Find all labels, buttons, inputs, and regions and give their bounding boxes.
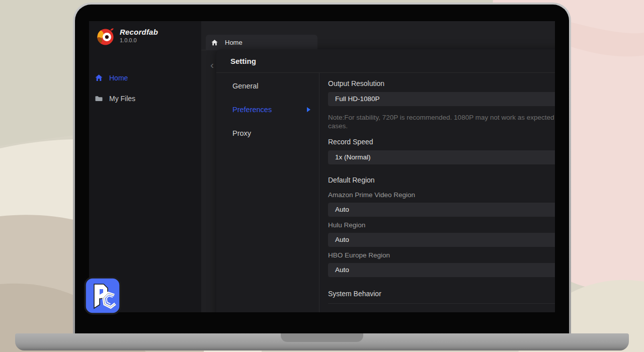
system-behavior-heading: System Behavior	[328, 289, 555, 298]
settings-nav-label: Proxy	[232, 129, 251, 137]
topbar: Home	[201, 21, 555, 50]
hulu-region-select[interactable]: Auto	[328, 233, 555, 247]
sidebar-item-my-files[interactable]: My Files	[89, 88, 201, 109]
settings-nav-label: Preferences	[232, 106, 272, 114]
sidebar-item-label: My Files	[109, 95, 135, 103]
laptop-base	[15, 333, 629, 350]
settings-content: Output Resolution Full HD-1080P Note:For…	[319, 73, 555, 312]
sidebar: Recordfab 1.0.0.0 Home My Files	[89, 21, 201, 312]
output-resolution-label: Output Resolution	[328, 79, 555, 88]
dialog-title: Setting	[230, 57, 256, 65]
sidebar-nav: Home My Files	[89, 67, 201, 109]
settings-nav-preferences[interactable]: Preferences	[216, 98, 319, 121]
tab-home[interactable]: Home	[206, 35, 317, 50]
sidebar-item-label: Home	[109, 74, 128, 82]
folder-icon	[95, 95, 103, 103]
recordfab-app-window: Recordfab 1.0.0.0 Home My Files	[89, 21, 555, 312]
section-divider	[328, 303, 555, 304]
app-title: Recordfab	[120, 28, 158, 36]
home-icon	[211, 39, 218, 46]
resolution-note: Note:For stability, 720P is recommended.…	[328, 113, 555, 130]
tab-label: Home	[225, 39, 243, 46]
sidebar-item-home[interactable]: Home	[89, 67, 201, 88]
settings-nav-label: General	[232, 82, 259, 90]
triangle-right-icon	[307, 107, 310, 112]
amazon-region-label: Amazon Prime Video Region	[328, 191, 555, 199]
record-speed-label: Record Speed	[328, 137, 555, 146]
recordfab-logo-icon	[96, 28, 115, 46]
chevron-left-icon[interactable]: ‹	[210, 59, 214, 70]
settings-nav: General Preferences Proxy	[216, 73, 319, 312]
amazon-region-select[interactable]: Auto	[328, 203, 555, 217]
output-resolution-select[interactable]: Full HD-1080P	[328, 92, 555, 106]
laptop-notch	[281, 333, 363, 342]
pc-app-icon	[84, 277, 121, 315]
hbo-region-label: HBO Europe Region	[328, 251, 555, 259]
hbo-region-select[interactable]: Auto	[328, 263, 555, 277]
settings-dialog: Setting General Preferences Proxy	[216, 49, 555, 312]
brand: Recordfab 1.0.0.0	[89, 21, 201, 46]
home-icon	[95, 74, 103, 82]
settings-dialog-header: Setting	[216, 49, 555, 73]
record-speed-select[interactable]: 1x (Normal)	[328, 150, 555, 164]
settings-nav-proxy[interactable]: Proxy	[216, 121, 319, 145]
main-area: Home ‹ Setting General Preferences	[201, 21, 555, 312]
default-region-heading: Default Region	[328, 175, 555, 185]
settings-nav-general[interactable]: General	[216, 74, 319, 98]
hulu-region-label: Hulu Region	[328, 221, 555, 229]
app-version: 1.0.0.0	[120, 37, 158, 43]
